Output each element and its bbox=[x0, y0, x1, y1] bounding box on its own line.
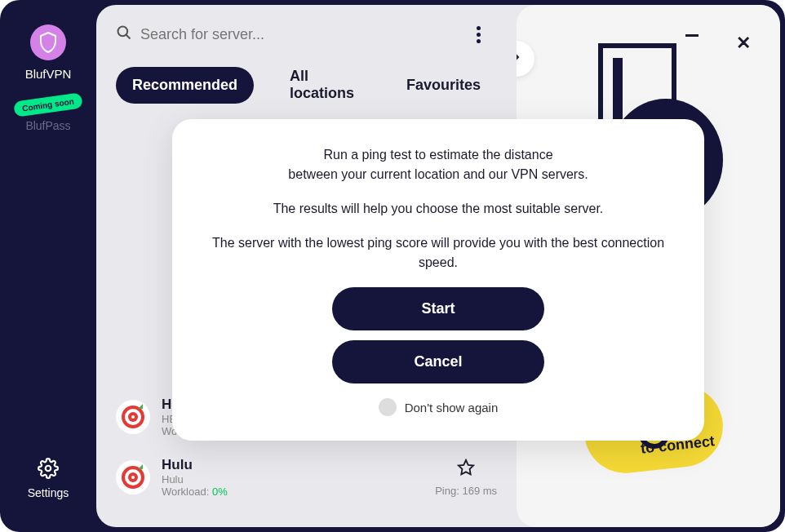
modal-text-2: The results will help you choose the mos… bbox=[192, 199, 685, 219]
shield-icon bbox=[30, 24, 66, 60]
settings-label: Settings bbox=[28, 486, 69, 499]
ping-test-modal: Run a ping test to estimate the distance… bbox=[172, 119, 704, 441]
app-name-label: BlufVPN bbox=[25, 67, 72, 81]
svg-point-0 bbox=[46, 466, 51, 472]
cancel-button[interactable]: Cancel bbox=[332, 340, 544, 383]
modal-text-3: The server with the lowest ping score wi… bbox=[192, 233, 685, 273]
app-container: BlufVPN Coming soon BlufPass Settings bbox=[0, 0, 785, 532]
dont-show-label: Don't show again bbox=[405, 401, 499, 415]
sidebar-item-blufpass[interactable]: BlufPass bbox=[25, 119, 70, 132]
checkbox-icon bbox=[379, 398, 397, 416]
dont-show-checkbox[interactable]: Don't show again bbox=[192, 398, 685, 416]
start-button[interactable]: Start bbox=[332, 287, 544, 330]
sidebar: BlufVPN Coming soon BlufPass Settings bbox=[0, 0, 96, 532]
sidebar-logo[interactable]: BlufVPN bbox=[25, 24, 72, 81]
sidebar-item-settings[interactable]: Settings bbox=[28, 458, 69, 499]
main-panel: Recommended All locations Favourites HBO… bbox=[96, 5, 780, 527]
coming-soon-badge: Coming soon bbox=[13, 92, 83, 117]
modal-overlay: Run a ping test to estimate the distance… bbox=[96, 5, 780, 527]
modal-text-1: Run a ping test to estimate the distance… bbox=[192, 145, 685, 184]
gear-icon bbox=[38, 458, 59, 481]
